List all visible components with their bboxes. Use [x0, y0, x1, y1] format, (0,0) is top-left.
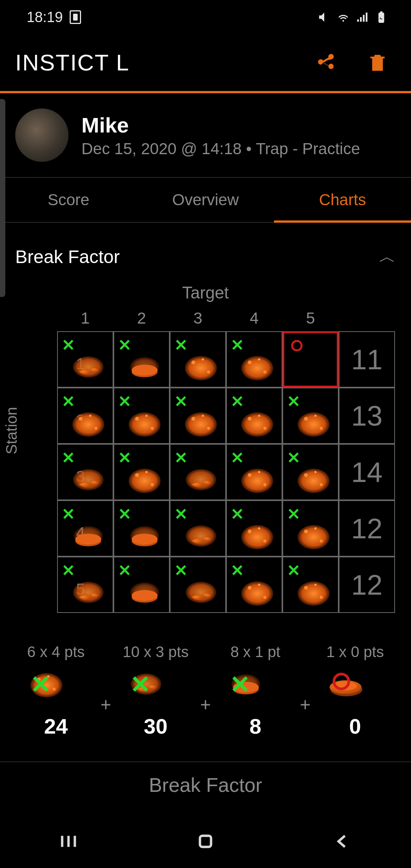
share-button[interactable] [315, 52, 336, 73]
grid-cell[interactable]: ✕ [57, 388, 113, 444]
status-bar: 18:19 [0, 0, 411, 34]
section-title: Break Factor [15, 246, 120, 267]
clay-break-icon [69, 520, 107, 550]
svg-rect-85 [200, 836, 211, 847]
svg-point-33 [129, 469, 161, 493]
grid-cell[interactable]: ✕ [226, 500, 282, 557]
svg-point-57 [298, 525, 330, 549]
grid-cell[interactable]: ✕ [226, 331, 282, 388]
user-name: Mike [81, 113, 360, 137]
svg-point-54 [248, 530, 252, 533]
status-icons [317, 10, 388, 24]
grid-cell[interactable]: ✕ [170, 444, 226, 500]
summary-label: 1 x 0 pts [326, 643, 384, 661]
status-time: 18:19 [27, 9, 63, 26]
svg-point-34 [135, 473, 139, 477]
svg-point-76 [53, 688, 56, 691]
summary-label: 8 x 1 pt [230, 643, 280, 661]
grid-cell[interactable]: ✕ [57, 557, 113, 613]
plus-icon: + [100, 694, 111, 715]
grid-cell[interactable] [282, 331, 339, 388]
section-header[interactable]: Break Factor ︿ [0, 223, 411, 283]
grid-cell[interactable]: ✕ [113, 388, 170, 444]
summary-icon: ✕ [127, 668, 184, 706]
hit-mark-icon: ✕ [230, 670, 250, 699]
svg-point-39 [248, 473, 252, 477]
plus-icon: + [200, 694, 211, 715]
svg-point-70 [298, 581, 330, 606]
svg-point-3 [132, 365, 158, 375]
grid-cell[interactable]: ✕ [282, 444, 339, 500]
tab-score[interactable]: Score [0, 178, 137, 222]
break-summary: 6 x 4 pts✕24+10 x 3 pts✕30+8 x 1 pt✕8+1 … [0, 643, 411, 739]
grid-cell[interactable]: ✕ [170, 331, 226, 388]
clay-break-icon [182, 520, 220, 550]
summary-icon: ✕ [227, 668, 284, 706]
row-total: 12 [339, 557, 395, 613]
grid-cell[interactable]: ✕ [170, 557, 226, 613]
axis-top-label: Target [15, 283, 396, 302]
clay-break-icon [126, 351, 164, 381]
svg-point-72 [320, 596, 323, 599]
svg-point-42 [298, 469, 330, 493]
tab-overview[interactable]: Overview [137, 178, 274, 222]
recents-button[interactable] [59, 832, 78, 851]
app-bar: INSTICT L [0, 34, 411, 93]
plus-icon: + [300, 694, 311, 715]
clay-break-icon [238, 520, 276, 550]
miss-mark-icon [333, 673, 350, 690]
clay-break-icon [126, 520, 164, 550]
grid-cell[interactable]: ✕ [226, 557, 282, 613]
grid-cell[interactable]: ✕ [282, 557, 339, 613]
svg-point-31 [314, 415, 317, 417]
avatar[interactable] [15, 108, 68, 162]
grid-cell[interactable]: ✕ [57, 331, 113, 388]
column-headers: 12345 [57, 309, 396, 327]
svg-point-23 [202, 415, 204, 417]
clay-break-icon [69, 351, 107, 381]
svg-point-35 [151, 483, 154, 486]
back-button[interactable] [333, 832, 352, 851]
clay-break-icon [295, 520, 333, 550]
svg-point-41 [258, 471, 260, 473]
summary-icon: ✕ [27, 668, 84, 706]
grid-cell[interactable]: ✕ [57, 500, 113, 557]
grid-cell[interactable]: ✕ [113, 557, 170, 613]
tabs: ScoreOverviewCharts [0, 177, 411, 223]
svg-point-64 [132, 590, 158, 601]
clay-break-icon [238, 576, 276, 607]
share-icon [315, 52, 336, 73]
row-total: 12 [339, 500, 395, 557]
grid-cell[interactable]: ✕ [113, 444, 170, 500]
grid-cell[interactable]: ✕ [282, 388, 339, 444]
col-header [339, 309, 395, 327]
trash-icon [367, 52, 388, 73]
home-button[interactable] [196, 832, 215, 851]
clay-break-icon [182, 351, 220, 381]
grid-cell[interactable]: ✕ [113, 331, 170, 388]
grid-cell[interactable]: ✕ [113, 500, 170, 557]
grid-cell[interactable]: ✕ [170, 500, 226, 557]
svg-point-22 [207, 427, 210, 430]
tab-charts[interactable]: Charts [274, 178, 411, 222]
clay-break-icon [126, 407, 164, 438]
summary-value: 24 [44, 714, 68, 739]
svg-point-43 [304, 473, 308, 477]
clay-break-icon [126, 464, 164, 494]
grid-cell[interactable]: ✕ [170, 388, 226, 444]
grid-cell[interactable]: ✕ [226, 388, 282, 444]
svg-point-17 [135, 417, 139, 421]
svg-point-7 [202, 358, 204, 361]
summary-value: 0 [349, 714, 361, 739]
clay-break-icon [238, 351, 276, 381]
svg-point-60 [314, 527, 317, 530]
svg-point-69 [258, 584, 260, 586]
summary-item: 10 x 3 pts✕30 [116, 643, 196, 739]
svg-point-37 [186, 469, 216, 490]
svg-point-14 [94, 427, 97, 430]
grid-cell[interactable]: ✕ [226, 444, 282, 500]
summary-item: 1 x 0 pts0 [315, 643, 395, 739]
grid-cell[interactable]: ✕ [57, 444, 113, 500]
grid-cell[interactable]: ✕ [282, 500, 339, 557]
delete-button[interactable] [367, 52, 388, 73]
